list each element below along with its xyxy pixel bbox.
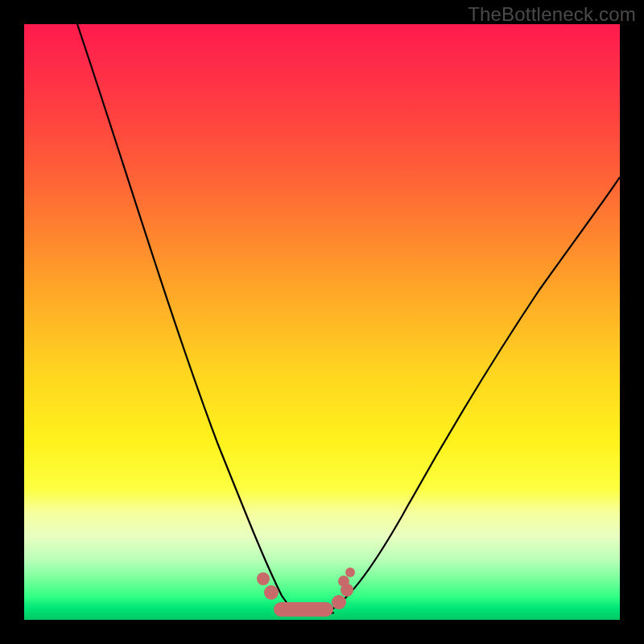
chart-frame: TheBottleneck.com: [0, 0, 644, 644]
curve-left: [77, 24, 302, 616]
marker-dot: [345, 568, 355, 577]
marker-dot: [332, 595, 346, 609]
marker-dot: [264, 585, 279, 600]
marker-flat: [274, 602, 333, 617]
marker-dot: [257, 572, 270, 585]
curve-right: [324, 177, 620, 614]
bottleneck-curve: [24, 24, 620, 620]
plot-area: [24, 24, 620, 620]
marker-dot: [338, 576, 349, 587]
watermark-label: TheBottleneck.com: [468, 3, 636, 26]
